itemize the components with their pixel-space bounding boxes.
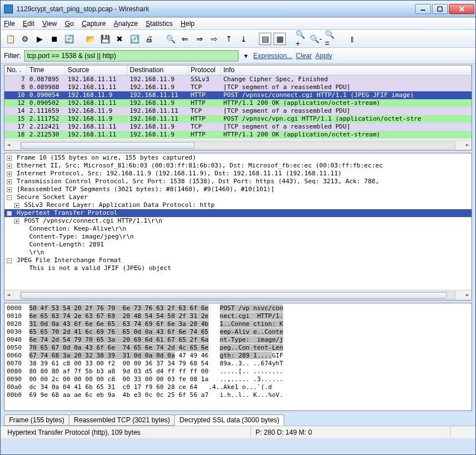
hex-line[interactable]: 0040 6e 74 2d 54 79 70 65 3a 20 69 6d 61… bbox=[7, 336, 469, 344]
scroll-thumb[interactable] bbox=[21, 142, 195, 149]
filter-toolbar: Filter: ▾ Expression... Clear Apply bbox=[1, 48, 475, 64]
menu-go[interactable]: Go bbox=[65, 20, 74, 28]
filter-input[interactable] bbox=[24, 50, 239, 61]
col-time[interactable]: Time bbox=[27, 65, 65, 75]
hex-line[interactable]: 0010 6e 65 63 74 2e 63 67 69 20 48 54 54… bbox=[7, 312, 469, 320]
details-row[interactable]: + Internet Protocol, Src: 192.168.11.9 (… bbox=[5, 170, 471, 178]
close-button[interactable] bbox=[449, 4, 474, 14]
resize-columns-icon[interactable]: ⫿ bbox=[346, 33, 358, 45]
details-row[interactable]: Content-Length: 2891 bbox=[5, 241, 471, 249]
packet-bytes-pane: 0000 50 4f 53 54 20 2f 76 70 6e 73 76 63… bbox=[4, 303, 472, 411]
details-row[interactable]: - JPEG File Interchange Format bbox=[5, 257, 471, 264]
zoom-out-icon[interactable]: 🔍- bbox=[310, 33, 322, 45]
packet-row[interactable]: 142.111659192.168.11.9192.168.11.11TCP[T… bbox=[5, 107, 471, 115]
print-icon[interactable]: 🖨 bbox=[143, 33, 155, 45]
details-row[interactable]: \r\n bbox=[5, 249, 471, 257]
scroll-right-icon[interactable]: ► bbox=[464, 291, 471, 299]
zoom-in-icon[interactable]: 🔍+ bbox=[295, 33, 307, 45]
capture-start-icon[interactable]: ▶ bbox=[33, 33, 46, 45]
menu-help[interactable]: Help bbox=[180, 20, 195, 28]
packet-list-header[interactable]: No. . Time Source Destination Protocol I… bbox=[5, 65, 471, 76]
col-destination[interactable]: Destination bbox=[127, 65, 188, 75]
menu-view[interactable]: View bbox=[42, 20, 57, 28]
col-protocol[interactable]: Protocol bbox=[188, 65, 221, 75]
packet-list-body[interactable]: 70.087895192.168.11.11192.168.11.9SSLv3C… bbox=[5, 76, 471, 140]
hex-line[interactable]: 0060 67 74 68 3a 20 32 38 39 31 0d 0a 0d… bbox=[7, 352, 469, 360]
go-back-icon[interactable]: ⇐ bbox=[179, 33, 191, 45]
tab-reassembled-tcp[interactable]: Reassembled TCP (3021 bytes) bbox=[69, 414, 175, 426]
details-row[interactable]: - Secure Socket Layer bbox=[5, 193, 471, 201]
hex-line[interactable]: 0050 70 65 67 0d 0a 43 6f 6e 74 65 6e 74… bbox=[7, 344, 469, 352]
interfaces-icon[interactable]: 📋 bbox=[4, 33, 16, 45]
scroll-thumb[interactable] bbox=[21, 292, 447, 299]
maximize-button[interactable] bbox=[432, 4, 448, 14]
details-row[interactable]: + POST /vpnsvc/connect.cgi HTTP/1.1\r\n bbox=[5, 217, 471, 225]
menu-capture[interactable]: Capture bbox=[82, 20, 106, 28]
packet-details-body[interactable]: + Frame 10 (155 bytes on wire, 155 bytes… bbox=[5, 153, 471, 290]
scroll-right-icon[interactable]: ► bbox=[464, 142, 471, 149]
capture-restart-icon[interactable]: 🔄 bbox=[63, 33, 75, 45]
apply-button[interactable]: Apply bbox=[315, 52, 332, 60]
details-row[interactable]: Content-Type: image/jpeg\r\n bbox=[5, 233, 471, 241]
details-row[interactable]: + Transmission Control Protocol, Src Por… bbox=[5, 178, 471, 185]
packet-row[interactable]: 152.111752192.168.11.9192.168.11.11HTTPP… bbox=[5, 115, 471, 123]
packet-row[interactable]: 182.212530192.168.11.11192.168.11.9HTTPH… bbox=[5, 131, 471, 139]
menu-analyze[interactable]: Analyze bbox=[114, 20, 138, 28]
packet-row[interactable]: 120.090502192.168.11.11192.168.11.9HTTPH… bbox=[5, 99, 471, 107]
goto-icon[interactable]: ⇨ bbox=[208, 33, 221, 45]
col-info[interactable]: Info bbox=[221, 65, 471, 75]
scroll-left-icon[interactable]: ◄ bbox=[5, 142, 12, 149]
filter-dropdown-icon[interactable]: ▾ bbox=[242, 52, 250, 60]
packet-row[interactable]: 80.089988192.168.11.11192.168.11.9TCP[TC… bbox=[5, 83, 471, 91]
go-forward-icon[interactable]: ⇒ bbox=[193, 33, 206, 45]
details-row[interactable]: - Hypertext Transfer Protocol bbox=[5, 209, 471, 217]
details-row[interactable]: + Frame 10 (155 bytes on wire, 155 bytes… bbox=[5, 154, 471, 162]
details-row[interactable]: + SSLv3 Record Layer: Application Data P… bbox=[5, 201, 471, 209]
go-last-icon[interactable]: ⤓ bbox=[237, 33, 250, 45]
find-icon[interactable]: 🔍 bbox=[164, 33, 177, 45]
hex-line[interactable]: 00a0 dc 34 0a 04 41 6b 65 31 c0 17 f9 60… bbox=[7, 383, 469, 391]
menu-edit[interactable]: Edit bbox=[23, 20, 34, 28]
window-title: 1129crypt_start_ping_stop.pcap - Wiresha… bbox=[16, 5, 414, 13]
col-source[interactable]: Source bbox=[65, 65, 127, 75]
hex-line[interactable]: 0030 65 65 70 2d 41 6c 69 76 65 0d 0a 43… bbox=[7, 328, 469, 336]
minimize-button[interactable] bbox=[415, 4, 431, 14]
col-no[interactable]: No. . bbox=[5, 65, 27, 75]
menu-file[interactable]: File bbox=[4, 20, 15, 28]
details-row[interactable]: Connection: Keep-Alive\r\n bbox=[5, 225, 471, 233]
zoom-reset-icon[interactable]: 🔍= bbox=[324, 33, 337, 45]
details-row[interactable]: + Ethernet II, Src: Microsof_81:6b:03 (0… bbox=[5, 162, 471, 170]
hex-line[interactable]: 0000 50 4f 53 54 20 2f 76 70 6e 73 76 63… bbox=[7, 304, 469, 312]
scroll-left-icon[interactable]: ◄ bbox=[5, 291, 12, 299]
hex-line[interactable]: 0070 38 39 61 c8 00 33 00 f2 00 00 36 37… bbox=[7, 360, 469, 368]
packet-row[interactable]: 172.212421192.168.11.11192.168.11.9TCP[T… bbox=[5, 123, 471, 131]
menu-statistics[interactable]: Statistics bbox=[146, 20, 173, 28]
hex-line[interactable]: 0080 80 80 80 af 7f 5b b3 a8 9d 03 d5 d4… bbox=[7, 368, 469, 376]
colorize-icon[interactable]: ▤ bbox=[259, 33, 271, 45]
tab-frame[interactable]: Frame (155 bytes) bbox=[4, 414, 69, 426]
details-row[interactable]: + [Reassembled TCP Segments (3021 bytes)… bbox=[5, 185, 471, 193]
clear-button[interactable]: Clear bbox=[296, 52, 312, 60]
tab-decrypted-ssl[interactable]: Decrypted SSL data (3000 bytes) bbox=[174, 414, 284, 426]
reload-icon[interactable]: 🔃 bbox=[128, 33, 140, 45]
menu-bar: File Edit View Go Capture Analyze Statis… bbox=[1, 17, 475, 30]
capture-options-icon[interactable]: ⚙ bbox=[19, 33, 31, 45]
save-icon[interactable]: 💾 bbox=[99, 33, 111, 45]
packet-row[interactable]: 100.090054192.168.11.9192.168.11.11HTTPP… bbox=[5, 91, 471, 99]
packet-list-scrollbar[interactable]: ◄ ► bbox=[5, 140, 471, 150]
hex-line[interactable]: 0020 31 0d 0a 43 6f 6e 6e 65 63 74 69 6f… bbox=[7, 320, 469, 328]
packet-row[interactable]: 70.087895192.168.11.11192.168.11.9SSLv3C… bbox=[5, 76, 471, 83]
close-file-icon[interactable]: ✖ bbox=[113, 33, 126, 45]
expression-button[interactable]: Expression... bbox=[253, 52, 292, 60]
packet-list-pane: No. . Time Source Destination Protocol I… bbox=[4, 65, 472, 151]
capture-stop-icon[interactable]: ⏹ bbox=[48, 33, 60, 45]
go-first-icon[interactable]: ⤒ bbox=[223, 33, 235, 45]
details-row[interactable]: This is not a valid JFIF (JPEG) object bbox=[5, 264, 471, 272]
status-bar: Hypertext Transfer Protocol (http), 109 … bbox=[1, 426, 475, 438]
details-scrollbar[interactable]: ◄ ► bbox=[5, 290, 471, 300]
autoscroll-icon[interactable]: ▦ bbox=[274, 33, 286, 45]
open-icon[interactable]: 📂 bbox=[84, 33, 96, 45]
hex-line[interactable]: 00b0 69 9e 68 aa ae 6c eb 9a 4b e3 0c 0c… bbox=[7, 391, 469, 399]
packet-bytes-body[interactable]: 0000 50 4f 53 54 20 2f 76 70 6e 73 76 63… bbox=[5, 303, 471, 410]
hex-line[interactable]: 0090 00 00 2c 00 00 00 00 c8 00 33 00 00… bbox=[7, 376, 469, 383]
